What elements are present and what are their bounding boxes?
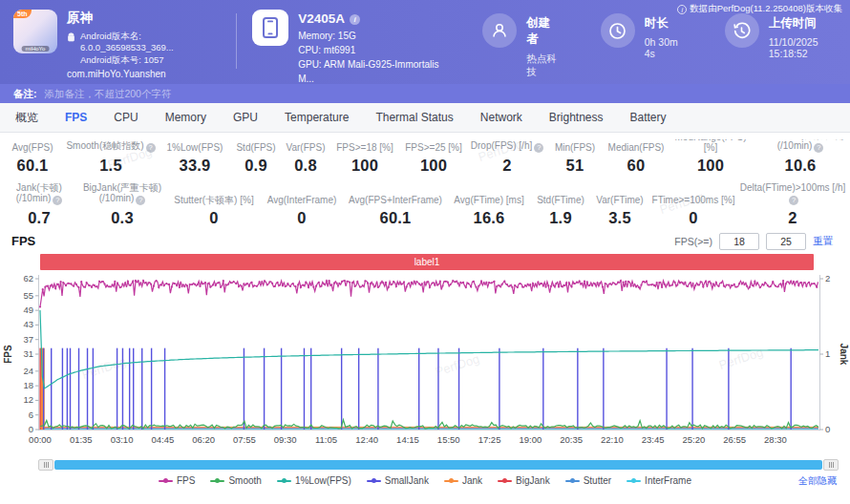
legend-item-InterFrame[interactable]: InterFrame <box>627 475 691 486</box>
fps-threshold-input-1[interactable] <box>719 233 759 250</box>
note-placeholder: 添加备注，不超过200个字符 <box>44 88 171 99</box>
help-icon[interactable]: ? <box>136 196 145 205</box>
stat-value: 0 <box>168 209 260 227</box>
svg-text:6: 6 <box>29 410 33 420</box>
android-version-lines: Android版本名: 6.0.0_36598533_369... Androi… <box>80 31 224 66</box>
device-model: V2405A <box>298 10 345 29</box>
stat-value: 1.5 <box>63 157 159 175</box>
stat-Std(FPS): Std(FPS)0.9 <box>231 139 281 175</box>
fps-threshold-input-2[interactable] <box>766 233 806 250</box>
stat-FPS>=25 [%]: FPS>=25 [%]100 <box>399 139 468 175</box>
stat-value: 60.1 <box>344 209 447 227</box>
legend-item-Jank[interactable]: Jank <box>444 475 482 486</box>
svg-text:01:35: 01:35 <box>70 434 93 445</box>
upload-time-icon <box>725 13 759 48</box>
svg-text:06:20: 06:20 <box>192 434 215 445</box>
device-gpu: GPU: ARM Mali-G925-Immortalis M... <box>298 57 442 86</box>
tab-Thermal Status[interactable]: Thermal Status <box>362 111 466 124</box>
stat-Std(FTime): Std(FTime)1.9 <box>531 183 590 227</box>
svg-text:11:05: 11:05 <box>315 434 337 445</box>
svg-text:18: 18 <box>23 380 33 390</box>
legend-item-FPS[interactable]: FPS <box>159 475 195 486</box>
svg-text:37: 37 <box>23 334 33 345</box>
svg-text:43: 43 <box>23 319 33 329</box>
tab-Brightness[interactable]: Brightness <box>536 111 617 124</box>
creator-icon <box>482 13 517 48</box>
stat-value: 60.1 <box>2 157 63 175</box>
help-icon[interactable]: ? <box>146 143 156 153</box>
android-version-code: Android版本号: 1057 <box>80 54 224 66</box>
svg-text:12: 12 <box>23 394 33 405</box>
legend-item-BigJank[interactable]: BigJank <box>498 475 550 486</box>
help-icon[interactable]: ? <box>789 196 798 205</box>
help-icon[interactable]: ? <box>53 196 62 205</box>
creator-value: 热点科技 <box>526 52 561 79</box>
fps-chart[interactable]: 0612182431374349556201200:0001:3503:1004… <box>0 273 850 458</box>
legend-item-SmallJank[interactable]: SmallJank <box>367 475 429 486</box>
hide-all-link[interactable]: 全部隐藏 <box>798 474 837 488</box>
stats-row-2: Jank(卡顿)(/10min)?0.7BigJank(严重卡顿)(/10min… <box>2 183 848 227</box>
svg-text:Jank: Jank <box>839 344 849 366</box>
stats-row-1: Avg(FPS)60.1Smooth(稳帧指数)?1.51%Low(FPS)33… <box>2 139 848 175</box>
svg-text:03:10: 03:10 <box>111 434 134 445</box>
device-cpu: CPU: mt6991 <box>298 43 442 57</box>
svg-text:31: 31 <box>23 348 33 359</box>
svg-text:62: 62 <box>23 273 33 284</box>
stat-Smooth(稳帧指数): Smooth(稳帧指数)?1.5 <box>63 139 159 175</box>
android-version-name: Android版本名: 6.0.0_36598533_369... <box>80 31 224 54</box>
svg-text:FPS: FPS <box>3 345 13 364</box>
tab-Battery[interactable]: Battery <box>617 111 680 124</box>
stat-Min(FPS): Min(FPS)51 <box>546 139 604 175</box>
scrollbar-track[interactable] <box>54 460 822 470</box>
stat-Avg(FTime) [ms]: Avg(FTime) [ms]16.6 <box>447 183 531 227</box>
svg-text:09:30: 09:30 <box>274 434 297 445</box>
chart-label1-bar[interactable]: label1 <box>40 254 814 270</box>
legend-item-Smooth[interactable]: Smooth <box>210 475 261 486</box>
app-name: 原神 <box>67 10 224 27</box>
stat-value: 0.7 <box>2 209 76 227</box>
scrollbar-left-grip[interactable] <box>38 459 53 471</box>
collect-version-note: i 数据由PerfDog(11.2.250408)版本收集 <box>677 3 842 15</box>
app-package: com.miHoYo.Yuanshen <box>67 69 224 79</box>
note-label: 备注: <box>13 88 37 99</box>
stat-Avg(InterFrame): Avg(InterFrame)0 <box>260 183 344 227</box>
svg-text:23:45: 23:45 <box>642 434 665 445</box>
svg-text:19:00: 19:00 <box>519 434 542 445</box>
tab-Network[interactable]: Network <box>467 111 536 124</box>
perfdog-report-page: 5th miHoYo 原神 Android版本名: 6.0.0_36598533… <box>0 0 850 504</box>
stat-value: 51 <box>546 157 604 175</box>
tab-GPU[interactable]: GPU <box>220 111 271 124</box>
upload-label: 上传时间 <box>769 15 850 32</box>
legend-item-Stutter[interactable]: Stutter <box>565 475 611 486</box>
svg-text:00:00: 00:00 <box>29 434 52 445</box>
creator-label: 创建者 <box>526 15 561 48</box>
tab-CPU[interactable]: CPU <box>100 111 151 124</box>
scrollbar-right-grip[interactable] <box>823 459 839 471</box>
upload-value: 11/10/2025 15:18:52 <box>769 36 850 59</box>
tab-Memory[interactable]: Memory <box>152 111 220 124</box>
tab-FPS[interactable]: FPS <box>52 111 100 124</box>
tab-Temperature[interactable]: Temperature <box>271 111 362 124</box>
stat-value: 0.8 <box>281 157 330 175</box>
stat-1%Low(FPS): 1%Low(FPS)33.9 <box>159 139 231 175</box>
fps-section-title: FPS <box>11 234 35 248</box>
stat-value: 100 <box>399 157 468 175</box>
stat-SmallJank(轻微卡顿) (/10min): SmallJank(轻微卡顿)(/10min)?10.6 <box>753 139 848 175</box>
stat-value: 0 <box>649 209 737 227</box>
stat-Avg(FPS+InterFrame): Avg(FPS+InterFrame)60.1 <box>344 183 447 227</box>
fps-threshold-label: FPS(>=) <box>674 236 712 247</box>
legend-item-1%Low(FPS)[interactable]: 1%Low(FPS) <box>277 475 351 486</box>
svg-text:0: 0 <box>825 424 830 434</box>
help-icon[interactable]: ? <box>534 143 543 153</box>
stat-Jank(卡顿) (/10min): Jank(卡顿)(/10min)?0.7 <box>2 183 76 227</box>
note-bar[interactable]: 备注: 添加备注，不超过200个字符 <box>0 84 850 103</box>
chart-scrollbar[interactable] <box>38 458 839 471</box>
svg-text:14:15: 14:15 <box>396 434 419 445</box>
device-info-icon[interactable]: i <box>350 14 360 25</box>
duration-clock-icon <box>601 13 635 48</box>
tab-概览[interactable]: 概览 <box>2 110 52 126</box>
svg-text:0: 0 <box>29 424 33 434</box>
stat-MedRange(FPS)[%]: MedRange(FPS)[%]100 <box>669 139 753 175</box>
reset-link[interactable]: 重置 <box>813 235 833 248</box>
help-icon[interactable]: ? <box>814 143 823 153</box>
